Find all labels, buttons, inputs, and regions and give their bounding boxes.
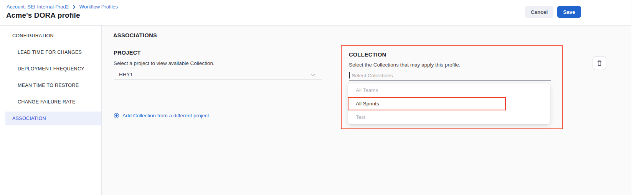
option-label: All Teams	[356, 87, 378, 93]
add-collection-link-label: Add Collection from a different project	[122, 113, 209, 118]
sidebar-item-label: LEAD TIME FOR CHANGES	[5, 50, 82, 55]
sidebar-item-lead-time-for-changes[interactable]: LEAD TIME FOR CHANGES	[5, 45, 101, 59]
cancel-button[interactable]: Cancel	[525, 6, 553, 18]
app-window: Account: SEI-Internal-Prod2 Workflow Pro…	[0, 0, 631, 195]
main-content: ASSOCIATIONS PROJECT Select a project to…	[102, 26, 631, 195]
chevron-right-icon	[72, 5, 76, 9]
save-button[interactable]: Save	[557, 6, 581, 18]
page-header: Account: SEI-Internal-Prod2 Workflow Pro…	[0, 0, 631, 26]
collections-input-placeholder: Select Collections	[352, 73, 393, 78]
sidebar-item-mean-time-to-restore[interactable]: MEAN TIME TO RESTORE	[5, 78, 101, 92]
sidebar-item-association[interactable]: ASSOCIATION	[5, 112, 101, 125]
sidebar-item-configuration[interactable]: CONFIGURATION	[5, 29, 101, 43]
option-all-teams[interactable]: All Teams	[348, 83, 550, 97]
collections-input[interactable]: Select Collections	[349, 70, 551, 81]
option-test[interactable]: Test	[348, 110, 550, 124]
option-label: Test	[356, 114, 365, 120]
collections-dropdown: All Teams All Sprints Test	[348, 83, 550, 124]
project-description: Select a project to view available Colle…	[114, 60, 323, 66]
sidebar-item-deployment-frequency[interactable]: DEPLOYMENT FREQUENCY	[5, 62, 101, 76]
project-title: PROJECT	[114, 50, 323, 56]
sidebar-item-label: CONFIGURATION	[5, 33, 54, 38]
sidebar-item-change-failure-rate[interactable]: CHANGE FAILURE RATE	[5, 95, 101, 109]
sidebar-item-label: MEAN TIME TO RESTORE	[5, 83, 79, 88]
chevron-down-icon	[310, 72, 315, 79]
page-title: Acme's DORA profile	[6, 11, 80, 20]
delete-association-button[interactable]	[593, 56, 606, 70]
collection-title: COLLECTION	[349, 52, 552, 58]
plus-circle-icon	[114, 113, 119, 118]
sidebar: CONFIGURATION LEAD TIME FOR CHANGES DEPL…	[2, 26, 102, 195]
trash-icon	[596, 60, 603, 67]
breadcrumb-account-link[interactable]: Account: SEI-Internal-Prod2	[7, 4, 69, 10]
collection-block: COLLECTION Select the Collections that m…	[349, 52, 552, 81]
sidebar-item-label: CHANGE FAILURE RATE	[5, 99, 76, 105]
associations-section-title: ASSOCIATIONS	[113, 32, 157, 38]
option-label: All Sprints	[356, 101, 379, 107]
sidebar-item-label: ASSOCIATION	[5, 116, 46, 121]
add-collection-link[interactable]: Add Collection from a different project	[114, 113, 209, 118]
project-select[interactable]: HHY1	[114, 69, 322, 80]
text-caret	[349, 72, 350, 78]
breadcrumb: Account: SEI-Internal-Prod2 Workflow Pro…	[7, 4, 118, 10]
collection-description: Select the Collections that may apply th…	[349, 62, 552, 68]
breadcrumb-workflow-profiles-link[interactable]: Workflow Profiles	[79, 4, 118, 10]
project-select-value: HHY1	[114, 72, 133, 77]
sidebar-item-label: DEPLOYMENT FREQUENCY	[5, 66, 84, 72]
option-all-sprints[interactable]: All Sprints	[348, 97, 550, 110]
project-block: PROJECT Select a project to view availab…	[114, 50, 323, 80]
